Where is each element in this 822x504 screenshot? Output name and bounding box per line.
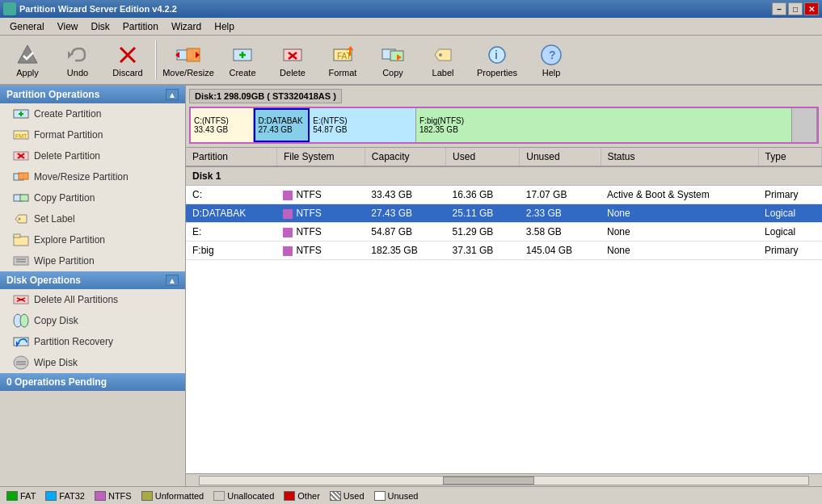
properties-label: Properties (477, 68, 517, 78)
app-title: Partition Wizard Server Edition v4.2.2 (19, 4, 772, 14)
create-button[interactable]: Create (218, 37, 267, 82)
cell-status: None (601, 204, 758, 223)
undo-button[interactable]: Undo (53, 37, 102, 82)
help-label: Help (542, 68, 561, 78)
copy-disk-item[interactable]: Copy Disk (0, 310, 185, 331)
separator-1 (155, 40, 157, 79)
titlebar: Partition Wizard Server Edition v4.2.2 –… (0, 0, 822, 18)
undo-label: Undo (67, 68, 88, 78)
move-resize-partition-item[interactable]: Move/Resize Partition (0, 166, 185, 187)
create-partition-item[interactable]: Create Partition (0, 103, 185, 124)
properties-icon: i (484, 42, 510, 68)
col-type: Type (758, 148, 821, 166)
ops-pending-label: 0 Operations Pending (6, 376, 107, 388)
cell-partition: E: (186, 223, 276, 242)
discard-button[interactable]: Discard (103, 37, 152, 82)
move-resize-button[interactable]: Move/Resize (160, 37, 217, 82)
undo-icon (65, 42, 91, 68)
copy-partition-label: Copy Partition (34, 192, 95, 204)
svg-point-50 (14, 356, 28, 369)
col-capacity: Capacity (365, 148, 445, 166)
table-row[interactable]: D:DATABAK NTFS 27.43 GB 25.11 GB 2.33 GB… (186, 204, 822, 223)
cell-type: Logical (758, 204, 821, 223)
partition-ops-header: Partition Operations ▲ (0, 86, 185, 103)
help-button[interactable]: ? Help (527, 37, 575, 82)
wipe-partition-label: Wipe Partition (34, 255, 95, 267)
scroll-track[interactable] (199, 476, 809, 485)
partition-ops-collapse[interactable]: ▲ (166, 89, 179, 100)
delete-button[interactable]: Delete (268, 37, 317, 82)
discard-label: Discard (112, 68, 142, 78)
legend-unformatted-label: Unformatted (155, 491, 204, 501)
explore-partition-item[interactable]: Explore Partition (0, 229, 185, 250)
partition-c-block[interactable]: C:(NTFS) 33.43 GB (191, 108, 254, 142)
format-partition-item[interactable]: FMT Format Partition (0, 124, 185, 145)
set-label-item[interactable]: Set Label (0, 208, 185, 229)
cell-status: None (601, 242, 758, 260)
partition-f-block[interactable]: F:big(NTFS) 182.35 GB (416, 108, 792, 142)
legend-fat-label: FAT (20, 491, 36, 501)
scroll-thumb[interactable] (443, 477, 534, 485)
menu-help[interactable]: Help (208, 19, 241, 34)
create-label: Create (229, 68, 255, 78)
legend-unused-label: Unused (388, 491, 419, 501)
wipe-disk-icon (13, 355, 29, 371)
cell-status: Active & Boot & System (601, 186, 758, 204)
partition-recovery-item[interactable]: Partition Recovery (0, 331, 185, 352)
table-row[interactable]: C: NTFS 33.43 GB 16.36 GB 17.07 GB Activ… (186, 186, 822, 204)
disk-group-header: Disk 1 (186, 166, 822, 186)
copy-partition-icon (13, 190, 29, 206)
partition-d-block[interactable]: D:DATABAK 27.43 GB (254, 108, 310, 142)
legend-other-box (284, 491, 295, 501)
format-label: Format (329, 68, 357, 78)
minimize-button[interactable]: – (772, 2, 786, 15)
copy-button[interactable]: Copy (369, 37, 417, 82)
apply-button[interactable]: Apply (3, 37, 52, 82)
delete-partition-item[interactable]: Delete Partition (0, 145, 185, 166)
svg-point-47 (20, 314, 28, 327)
cell-used: 25.11 GB (446, 204, 520, 223)
horizontal-scrollbar[interactable] (186, 473, 822, 486)
table-row[interactable]: F:big NTFS 182.35 GB 37.31 GB 145.04 GB … (186, 242, 822, 260)
menu-general[interactable]: General (3, 19, 51, 34)
menu-partition[interactable]: Partition (116, 19, 165, 34)
legend-fat32-label: FAT32 (59, 491, 85, 501)
copy-partition-item[interactable]: Copy Partition (0, 187, 185, 208)
table-row[interactable]: E: NTFS 54.87 GB 51.29 GB 3.58 GB None L… (186, 223, 822, 242)
disk-ops-collapse[interactable]: ▲ (166, 275, 179, 286)
svg-text:FAT: FAT (337, 52, 352, 61)
statusbar: FAT FAT32 NTFS Unformatted Unallocated O… (0, 486, 822, 504)
label-button[interactable]: Label (419, 37, 467, 82)
legend-used: Used (330, 491, 365, 501)
set-label-label: Set Label (34, 213, 75, 225)
partition-e-block[interactable]: E:(NTFS) 54.87 GB (310, 108, 416, 142)
left-panel: Partition Operations ▲ Create Partition … (0, 86, 186, 486)
create-partition-label: Create Partition (34, 108, 101, 120)
properties-button[interactable]: i Properties (469, 37, 525, 82)
create-partition-icon (13, 106, 29, 122)
legend-unformatted: Unformatted (141, 491, 204, 501)
create-icon (230, 42, 255, 68)
legend-unallocated-box (213, 491, 225, 501)
partition-d-size: 27.43 GB (259, 125, 293, 134)
menu-view[interactable]: View (51, 19, 85, 34)
menu-disk[interactable]: Disk (85, 19, 116, 34)
delete-all-icon (13, 292, 29, 308)
discard-icon (115, 42, 141, 68)
delete-all-partitions-item[interactable]: Delete All Partitions (0, 289, 185, 310)
format-button[interactable]: FAT Format (318, 37, 367, 82)
wipe-partition-item[interactable]: Wipe Partition (0, 250, 185, 271)
cell-partition: F:big (186, 242, 276, 260)
disk-ops-title: Disk Operations (6, 275, 81, 286)
close-button[interactable]: ✕ (804, 2, 819, 15)
maximize-button[interactable]: □ (788, 2, 803, 15)
wipe-disk-item[interactable]: Wipe Disk (0, 352, 185, 373)
label-label: Label (432, 68, 454, 78)
menu-wizard[interactable]: Wizard (165, 19, 208, 34)
legend-other-label: Other (297, 491, 320, 501)
cell-unused: 2.33 GB (520, 204, 601, 223)
format-icon: FAT (330, 42, 356, 68)
menubar: General View Disk Partition Wizard Help (0, 18, 822, 36)
app-icon (3, 2, 16, 15)
cell-capacity: 33.43 GB (365, 186, 445, 204)
